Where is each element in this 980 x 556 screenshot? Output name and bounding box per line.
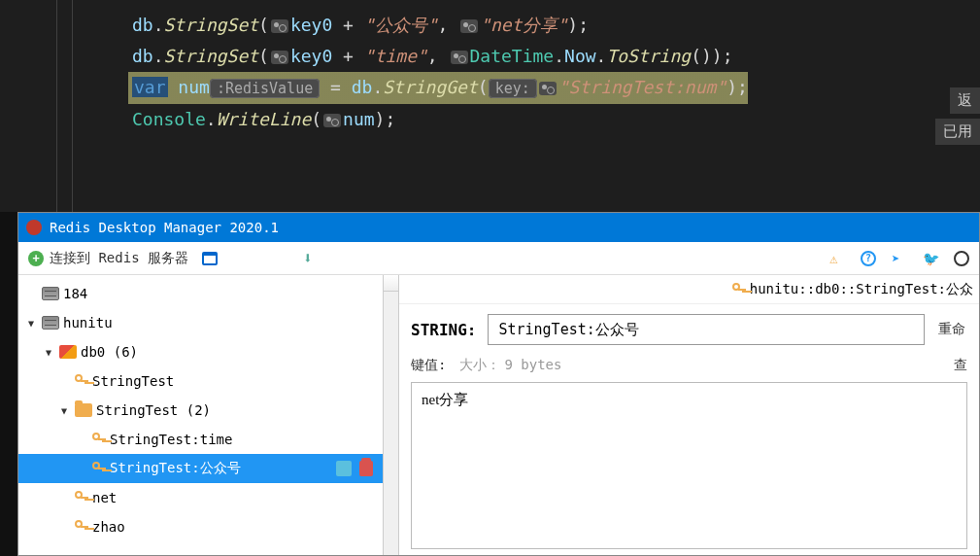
tree-item-label: zhao [92,519,125,535]
type-label: STRING: [411,321,476,339]
view-button[interactable]: 查 [954,357,967,374]
tree-item[interactable]: ▼StringTest (2) [18,396,398,425]
telegram-icon[interactable]: ➤ [892,251,907,266]
code-token: "time" [364,46,427,66]
path-row: hunitu::db0::StringTest:公众 [399,275,979,304]
tree-item-label: StringTest:time [110,432,232,447]
key-icon [92,462,106,475]
key-tree[interactable]: 184▼hunitu▼db0 (6)StringTest▼StringTest … [18,275,399,555]
toolbar: + 连接到 Redis 服务器 ⬇ ⚠ ? ➤ 🐦 [18,242,979,275]
code-token: "公众号" [364,15,438,35]
tree-item[interactable]: zhao [18,512,398,541]
tree-item[interactable]: ▼db0 (6) [18,337,398,366]
tree-item-label: hunitu [63,315,113,330]
inline-hint: key: [489,79,537,98]
code-token: ); [567,15,589,35]
code-token: db [352,77,373,97]
param-hint-icon [460,19,478,33]
tree-item-label: StringTest [92,373,174,389]
code-token: StringSet [164,46,259,66]
size-label: 大小： [459,357,500,374]
code-token: DateTime [470,46,555,66]
body-area: 184▼hunitu▼db0 (6)StringTest▼StringTest … [18,275,979,555]
code-token: var [132,77,168,97]
param-hint-icon [539,82,557,95]
tree-item[interactable]: ▼hunitu [18,308,398,337]
code-token: , [427,46,449,66]
github-icon[interactable] [954,251,969,266]
rename-button[interactable]: 重命 [936,317,967,342]
key-icon [75,374,88,388]
code-token: . [372,77,383,97]
code-token: . [206,109,217,129]
tree-item[interactable]: 184 [18,279,398,308]
tree-scrollbar[interactable] [383,275,398,555]
code-token: db [132,15,153,35]
tree-item[interactable]: StringTest:time [18,425,398,454]
plus-icon: + [28,251,44,266]
info-row: 键值: 大小： 9 bytes 查 [399,355,979,376]
code-token: StringGet [383,77,478,97]
code-token: db [132,46,153,66]
value-box[interactable]: net分享 [411,382,967,549]
tree-item-label: db0 (6) [81,344,138,360]
calendar-icon[interactable] [202,252,218,265]
key-icon [732,283,746,296]
code-token: ( [258,46,269,66]
inline-hint: :RedisValue [210,79,320,98]
key-icon [75,520,88,534]
key-icon [92,433,106,446]
redis-desktop-manager-window: Redis Desktop Manager 2020.1 + 连接到 Redis… [17,212,980,556]
code-editor[interactable]: db.StringSet(key0 + "公众号", "net分享");db.S… [0,0,980,212]
connect-label: 连接到 Redis 服务器 [50,250,188,267]
key-name-input[interactable] [488,314,925,345]
code-token: key0 [290,15,332,35]
tree-item-label: StringTest:公众号 [110,460,241,477]
code-token: ( [258,15,269,35]
code-token: StringSet [164,15,259,35]
srv-icon [42,287,59,300]
code-token: ToString [606,46,691,66]
code-token: key0 [290,46,332,66]
tree-item[interactable]: StringTest [18,366,398,396]
tree-item-label: net [92,490,117,505]
code-token: + [332,46,364,66]
expand-arrow-icon[interactable]: ▼ [46,347,55,358]
code-token: Console [132,109,206,129]
help-icon[interactable]: ? [861,251,876,266]
code-token: , [437,15,458,35]
tree-item[interactable]: net [18,483,398,512]
code-token: "StringTest:num" [558,77,727,97]
tree-item[interactable]: StringTest:公众号 [18,454,398,483]
code-token: ); [375,109,396,129]
code-token: . [153,15,164,35]
download-icon[interactable]: ⬇ [303,249,313,267]
code-token: Now [564,46,596,66]
code-token: ( [478,77,489,97]
size-value: 9 bytes [504,357,561,374]
editor-side-button-1[interactable]: 返 [950,87,980,114]
code-token: . [153,46,164,66]
delete-icon[interactable] [359,461,373,476]
toolbar-right: ⚠ ? ➤ 🐦 [829,251,969,266]
code-token: WriteLine [217,109,312,129]
srv-icon [42,316,59,330]
code-token: num [178,77,210,97]
code-token: ()); [691,46,732,66]
code-token: + [332,15,364,35]
expand-arrow-icon[interactable]: ▼ [61,405,71,416]
folder-icon [75,403,92,417]
code-token [168,77,179,97]
warning-icon[interactable]: ⚠ [829,251,845,266]
window-titlebar[interactable]: Redis Desktop Manager 2020.1 [18,213,979,242]
code-token: = [320,77,352,97]
value-label: 键值: [411,357,446,374]
twitter-icon[interactable]: 🐦 [923,251,938,266]
path-text: hunitu::db0::StringTest:公众 [750,281,973,298]
expand-arrow-icon[interactable]: ▼ [28,318,38,329]
key-icon [75,491,88,504]
code-token: "net分享" [480,15,567,35]
editor-side-button-2[interactable]: 已用 [935,119,980,145]
connect-server-button[interactable]: + 连接到 Redis 服务器 [28,250,188,267]
copy-icon[interactable] [336,461,352,476]
